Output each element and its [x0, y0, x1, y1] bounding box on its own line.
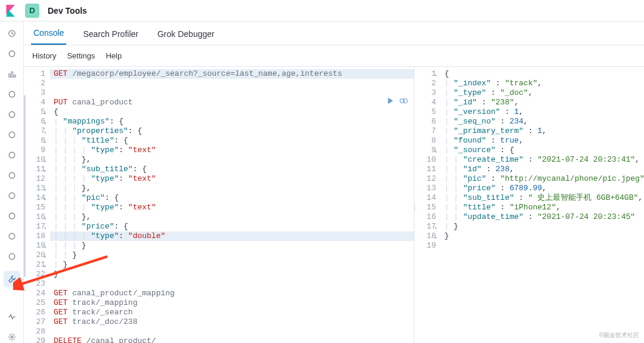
- code-line[interactable]: | | | },: [54, 184, 410, 193]
- code-line[interactable]: | | | "title": {: [54, 136, 410, 146]
- code-line[interactable]: | }: [444, 222, 640, 231]
- code-line[interactable]: | "_id" : "238",: [444, 98, 640, 107]
- left-sidebar: [0, 21, 24, 343]
- code-line[interactable]: [444, 241, 640, 251]
- code-line[interactable]: | | "pic" : "http://mycanal/phone/pic.jp…: [444, 174, 640, 184]
- heartbeat-icon[interactable]: [6, 311, 18, 323]
- rotate-icon[interactable]: [6, 230, 18, 242]
- code-line[interactable]: DELETE /canal_product/: [54, 336, 410, 343]
- subtab-history[interactable]: History: [32, 51, 56, 60]
- code-line[interactable]: | | "price" : 6789.99,: [444, 184, 640, 193]
- wrench-icon[interactable]: [4, 271, 20, 288]
- metric-icon[interactable]: [6, 88, 18, 100]
- svg-point-10: [9, 152, 15, 158]
- code-line[interactable]: | "_type" : "_doc",: [444, 88, 640, 98]
- code-line[interactable]: [54, 79, 410, 88]
- code-line[interactable]: PUT canal_product: [54, 98, 410, 107]
- response-gutter: 12345678910111213141516171819: [414, 67, 441, 343]
- code-line[interactable]: | "_source" : {: [444, 146, 640, 155]
- code-line[interactable]: | | "update_time" : "2021-07-24 20:23:45…: [444, 212, 640, 222]
- sub-tab-bar: HistorySettingsHelp: [24, 45, 644, 67]
- code-line[interactable]: | | | },: [54, 212, 410, 222]
- svg-point-11: [9, 172, 15, 178]
- svg-point-13: [9, 213, 15, 219]
- active-request-marker: [24, 95, 26, 277]
- code-line[interactable]: GET track/_doc/238: [54, 317, 410, 327]
- svg-marker-17: [388, 98, 394, 104]
- graph-icon[interactable]: [6, 149, 18, 161]
- gear-icon[interactable]: [6, 331, 18, 343]
- request-pane[interactable]: 1234567891011121314151617181920212223242…: [24, 67, 414, 343]
- code-line[interactable]: GET track/_search: [54, 308, 410, 317]
- code-line[interactable]: {: [444, 69, 640, 79]
- svg-rect-6: [14, 75, 16, 78]
- code-line[interactable]: [54, 88, 410, 98]
- subtab-settings[interactable]: Settings: [67, 51, 95, 60]
- run-request-icon[interactable]: [386, 97, 396, 106]
- watermark: ©掘金技术社区: [599, 331, 639, 339]
- code-line[interactable]: | }: [54, 260, 410, 270]
- request-gutter: 1234567891011121314151617181920212223242…: [24, 67, 50, 343]
- code-line[interactable]: | "mappings": {: [54, 117, 410, 126]
- svg-point-8: [9, 112, 15, 118]
- dashboard-icon[interactable]: [6, 109, 18, 120]
- bar-chart-icon[interactable]: [6, 68, 18, 80]
- code-line[interactable]: [54, 327, 410, 336]
- app-title: Dev Tools: [48, 6, 87, 16]
- code-line[interactable]: | | "title" : "iPhone12",: [444, 203, 640, 212]
- link-icon[interactable]: [6, 210, 18, 222]
- code-line[interactable]: | | | | "type": "text": [54, 174, 410, 184]
- svg-rect-5: [11, 72, 13, 78]
- svg-rect-4: [8, 74, 10, 77]
- code-line[interactable]: | "found" : true,: [444, 136, 640, 146]
- svg-point-16: [11, 336, 13, 338]
- code-line[interactable]: }: [444, 231, 640, 241]
- code-line[interactable]: | | | },: [54, 155, 410, 165]
- user-icon[interactable]: [6, 169, 18, 181]
- code-line[interactable]: | | "properties": {: [54, 126, 410, 136]
- tool-icon[interactable]: [6, 190, 18, 202]
- response-viewer[interactable]: {| "_index" : "track",| "_type" : "_doc"…: [441, 67, 644, 343]
- code-line[interactable]: GET canal_product/_mapping: [54, 289, 410, 298]
- code-line[interactable]: }: [54, 270, 410, 279]
- code-line[interactable]: GET /megacorp/employee/_search?_source=l…: [50, 69, 414, 79]
- pane-resize-handle[interactable]: ⋮⋮: [411, 205, 417, 222]
- code-line[interactable]: | | "id" : 238,: [444, 165, 640, 174]
- code-line[interactable]: | | | | "type": "text": [54, 203, 410, 212]
- svg-point-15: [9, 254, 15, 259]
- code-line[interactable]: | | "sub_title" : " 史上最智能手机 6GB+64GB",: [444, 193, 640, 203]
- tab-search-profiler[interactable]: Search Profiler: [80, 29, 141, 45]
- compass-icon[interactable]: [6, 48, 18, 60]
- request-editor[interactable]: GET /megacorp/employee/_search?_source=l…: [50, 67, 414, 343]
- subtab-help[interactable]: Help: [106, 51, 122, 60]
- tab-grok-debugger[interactable]: Grok Debugger: [155, 29, 217, 45]
- location-icon[interactable]: [6, 129, 18, 141]
- code-line[interactable]: | "_primary_term" : 1,: [444, 126, 640, 136]
- code-line[interactable]: | | | | "type": "double": [50, 231, 414, 241]
- editor-split: 1234567891011121314151617181920212223242…: [24, 67, 644, 343]
- code-line[interactable]: | "_index" : "track",: [444, 79, 640, 88]
- request-actions: [386, 97, 409, 106]
- response-pane[interactable]: 12345678910111213141516171819 {| "_index…: [414, 67, 644, 343]
- code-line[interactable]: | | }: [54, 251, 410, 260]
- clock-icon[interactable]: [6, 27, 18, 39]
- code-line[interactable]: [54, 279, 410, 289]
- code-line[interactable]: | | | }: [54, 241, 410, 251]
- request-options-icon[interactable]: [400, 97, 409, 106]
- code-line[interactable]: | | | "pic": {: [54, 193, 410, 203]
- code-line[interactable]: | "_version" : 1,: [444, 107, 640, 117]
- code-line[interactable]: | | | "sub_title": {: [54, 165, 410, 174]
- tab-console[interactable]: Console: [31, 28, 66, 45]
- code-line[interactable]: | | | | "type": "text": [54, 146, 410, 155]
- rss-icon[interactable]: [6, 251, 18, 262]
- svg-point-7: [9, 91, 15, 97]
- svg-point-12: [9, 193, 15, 199]
- top-bar: D Dev Tools: [0, 0, 644, 21]
- code-line[interactable]: | | | "price": {: [54, 222, 410, 231]
- code-line[interactable]: | "_seq_no" : 234,: [444, 117, 640, 126]
- code-line[interactable]: GET track/_mapping: [54, 298, 410, 308]
- svg-point-3: [9, 51, 15, 57]
- code-line[interactable]: {: [54, 107, 410, 117]
- code-line[interactable]: | | "create_time" : "2021-07-24 20:23:41…: [444, 155, 640, 165]
- kibana-logo-icon: [6, 5, 17, 17]
